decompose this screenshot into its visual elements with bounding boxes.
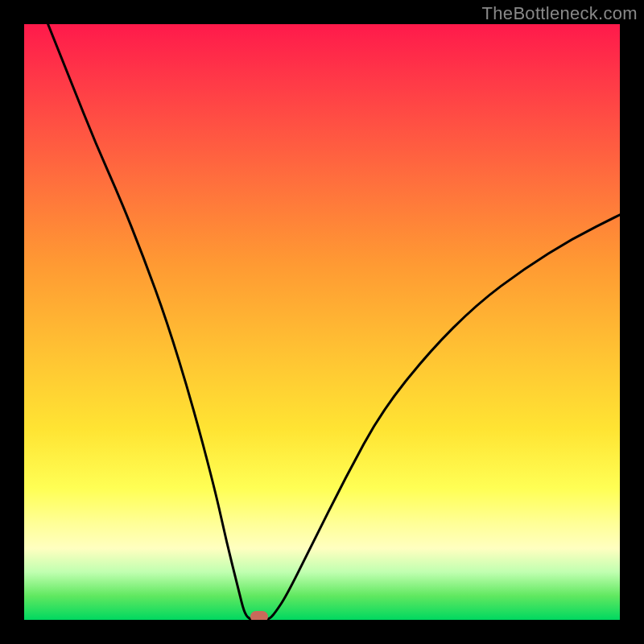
optimal-point-marker	[250, 611, 268, 620]
plot-area	[24, 24, 620, 620]
watermark-text: TheBottleneck.com	[482, 3, 638, 24]
chart-frame: TheBottleneck.com	[0, 0, 644, 644]
bottleneck-curve	[24, 24, 620, 620]
